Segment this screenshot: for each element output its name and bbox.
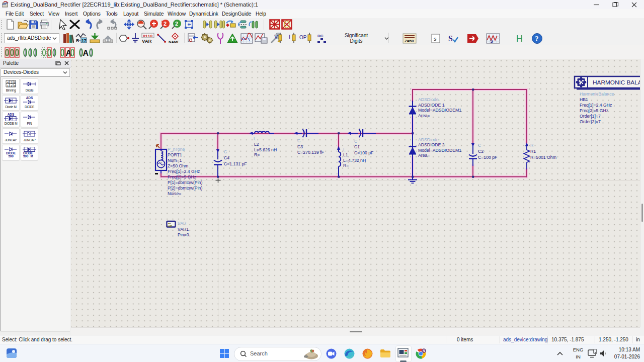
svg-text:N: N (423, 349, 425, 352)
svg-text:P[2]=dbmtow(Pin): P[2]=dbmtow(Pin) (168, 186, 202, 191)
svg-text:Order[1]=7: Order[1]=7 (580, 114, 601, 119)
svg-text:C3: C3 (297, 144, 303, 149)
svg-text:C2: C2 (478, 149, 484, 154)
svg-text:C4: C4 (224, 155, 229, 160)
svg-text:C: C (297, 138, 300, 143)
svg-text:Noise=: Noise= (168, 191, 181, 196)
svg-text:P_nTone: P_nTone (168, 147, 185, 152)
svg-text:Area=: Area= (418, 153, 430, 158)
svg-text:ADSDIODE 2: ADSDIODE 2 (418, 142, 445, 147)
svg-text:C=100 pF: C=100 pF (478, 155, 497, 160)
svg-text:2: 2 (175, 21, 178, 27)
svg-text:PORT1: PORT1 (168, 152, 182, 157)
svg-text:S: S (490, 39, 493, 44)
svg-text:5: 5 (11, 81, 13, 84)
svg-text:OP: OP (299, 35, 307, 40)
svg-text:VAR1: VAR1 (178, 227, 189, 232)
svg-text:C=270.139 fF: C=270.139 fF (297, 150, 324, 155)
svg-text:VAR: VAR (142, 38, 151, 44)
svg-text:Freq[1]=2.4 GHz: Freq[1]=2.4 GHz (580, 103, 612, 108)
svg-text:Z=50: Z=50 (405, 39, 414, 43)
svg-text:L2: L2 (254, 142, 259, 147)
svg-text:ADSDIODE 1: ADSDIODE 1 (418, 103, 445, 108)
svg-text:C=1.131 pF: C=1.131 pF (224, 161, 247, 166)
svg-text:R1: R1 (530, 149, 536, 154)
svg-text:Order[2]=7: Order[2]=7 (580, 119, 601, 124)
svg-text:Pin=0: Pin=0 (178, 232, 189, 237)
svg-text:S: S (448, 34, 453, 43)
svg-text:Freq[1]=2.4 GHz: Freq[1]=2.4 GHz (168, 169, 200, 174)
svg-text:HB1: HB1 (580, 97, 588, 102)
svg-text:R=5001 Ohm: R=5001 Ohm (530, 155, 556, 160)
svg-text:s: s (434, 36, 437, 42)
svg-text:C1: C1 (354, 144, 360, 149)
svg-text:V: V (274, 34, 278, 40)
svg-text:Eqn: Eqn (168, 225, 173, 227)
svg-text:DC: DC (317, 34, 324, 38)
svg-text:L=5.626 nH: L=5.626 nH (254, 147, 277, 152)
svg-text:H: H (516, 34, 523, 44)
svg-text:R·: R· (76, 38, 81, 43)
svg-text:4: 4 (7, 81, 9, 84)
svg-text:C=100 pF: C=100 pF (354, 150, 373, 155)
svg-text:L=4.732 nH: L=4.732 nH (343, 158, 366, 163)
svg-text:L: L (343, 147, 346, 152)
svg-text:C: C (224, 149, 227, 154)
svg-text:NAME: NAME (169, 40, 180, 44)
svg-text:ADSDiode.: ADSDiode. (418, 97, 440, 102)
svg-text:I: I (289, 34, 290, 40)
svg-text:Model=ADSDIODEM1: Model=ADSDIODEM1 (418, 148, 461, 153)
svg-text:R=: R= (254, 152, 260, 157)
svg-text:Model=ADSDIODEM1: Model=ADSDIODEM1 (418, 108, 461, 113)
svg-text:R=: R= (343, 163, 349, 168)
svg-text:L: L (254, 136, 256, 141)
svg-text:HarmonicBalance: HarmonicBalance (580, 92, 614, 97)
svg-text:VAR: VAR (178, 221, 186, 226)
svg-text:Area=: Area= (418, 113, 430, 118)
svg-text:C: C (478, 143, 481, 148)
svg-text:Z=50 Ohm: Z=50 Ohm (168, 163, 188, 168)
svg-text:?: ? (535, 35, 539, 43)
svg-text:P[1]=dbmtow(Pin): P[1]=dbmtow(Pin) (168, 180, 202, 185)
svg-text:0110: 0110 (143, 34, 152, 38)
svg-text:R: R (530, 143, 533, 148)
svg-text:ADSDiode.: ADSDiode. (418, 137, 440, 142)
svg-text:HARMONIC BALAN: HARMONIC BALAN (593, 79, 640, 86)
svg-text:17: 17 (82, 38, 87, 43)
svg-text:Freq[2]=5 GHz: Freq[2]=5 GHz (168, 174, 196, 179)
svg-text:A: A (83, 49, 89, 57)
svg-text:C: C (354, 139, 357, 144)
svg-text:Freq[2]=5 GHz: Freq[2]=5 GHz (580, 108, 608, 113)
svg-text:L1: L1 (343, 152, 348, 157)
svg-text:Num=1: Num=1 (168, 158, 182, 163)
